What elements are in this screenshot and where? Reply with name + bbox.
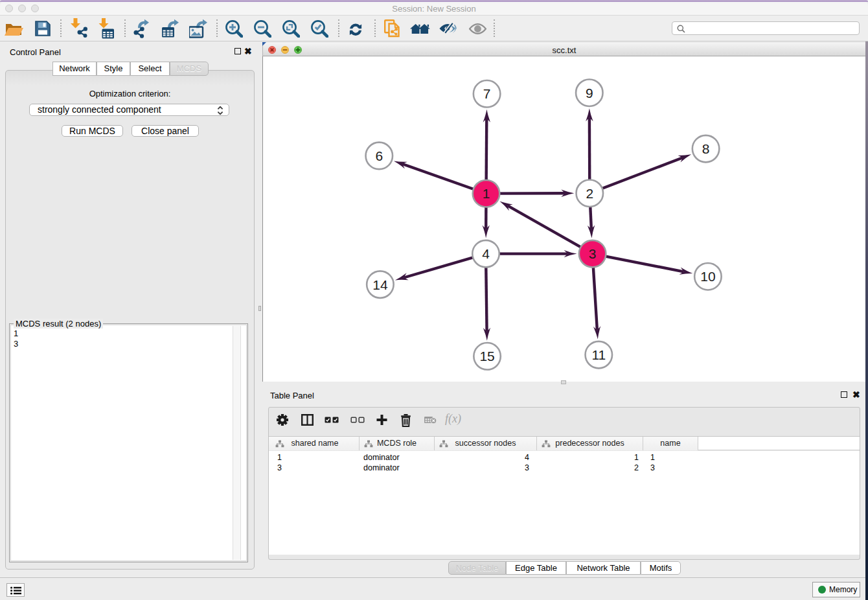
svg-text:15: 15 [479, 349, 494, 363]
svg-text:6: 6 [375, 148, 383, 163]
svg-text:11: 11 [591, 347, 606, 362]
svg-text:10: 10 [700, 269, 715, 284]
svg-text:3: 3 [589, 246, 597, 261]
svg-text:8: 8 [702, 141, 710, 156]
svg-text:1: 1 [483, 186, 490, 201]
svg-text:14: 14 [372, 277, 388, 292]
svg-text:7: 7 [483, 86, 491, 101]
svg-text:4: 4 [482, 246, 490, 261]
svg-text:2: 2 [586, 186, 593, 201]
svg-text:9: 9 [586, 86, 593, 100]
